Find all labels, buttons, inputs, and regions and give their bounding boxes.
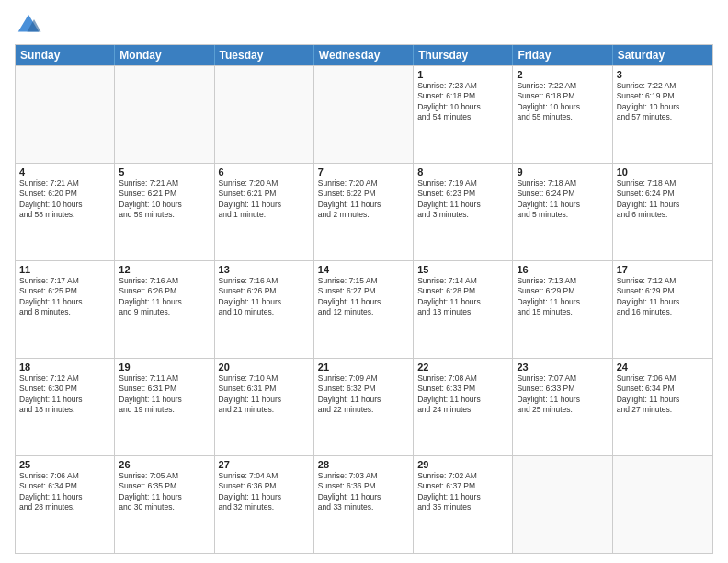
calendar-cell: 10Sunrise: 7:18 AM Sunset: 6:24 PM Dayli… xyxy=(613,164,712,260)
day-info: Sunrise: 7:12 AM Sunset: 6:30 PM Dayligh… xyxy=(19,373,110,416)
day-number: 4 xyxy=(19,167,110,178)
day-number: 12 xyxy=(119,264,210,275)
day-info: Sunrise: 7:13 AM Sunset: 6:29 PM Dayligh… xyxy=(517,276,608,318)
day-number: 13 xyxy=(219,264,310,275)
day-info: Sunrise: 7:14 AM Sunset: 6:28 PM Dayligh… xyxy=(417,276,508,318)
day-info: Sunrise: 7:05 AM Sunset: 6:35 PM Dayligh… xyxy=(119,471,210,513)
weekday-header-saturday: Saturday xyxy=(613,45,712,65)
day-number: 19 xyxy=(119,362,210,373)
day-number: 22 xyxy=(417,362,508,373)
calendar-cell: 18Sunrise: 7:12 AM Sunset: 6:30 PM Dayli… xyxy=(16,359,115,455)
day-number: 26 xyxy=(119,459,210,470)
calendar-cell: 2Sunrise: 7:22 AM Sunset: 6:18 PM Daylig… xyxy=(513,66,612,163)
day-number: 21 xyxy=(318,362,409,373)
day-info: Sunrise: 7:16 AM Sunset: 6:26 PM Dayligh… xyxy=(119,276,210,318)
day-info: Sunrise: 7:03 AM Sunset: 6:36 PM Dayligh… xyxy=(318,471,409,513)
weekday-header-tuesday: Tuesday xyxy=(215,45,314,65)
calendar-cell: 7Sunrise: 7:20 AM Sunset: 6:22 PM Daylig… xyxy=(314,164,414,260)
calendar-cell xyxy=(115,66,214,163)
day-info: Sunrise: 7:15 AM Sunset: 6:27 PM Dayligh… xyxy=(318,276,409,318)
day-number: 20 xyxy=(219,362,310,373)
day-info: Sunrise: 7:19 AM Sunset: 6:23 PM Dayligh… xyxy=(417,178,508,221)
day-number: 10 xyxy=(617,167,709,178)
day-info: Sunrise: 7:07 AM Sunset: 6:33 PM Dayligh… xyxy=(517,373,608,416)
day-info: Sunrise: 7:18 AM Sunset: 6:24 PM Dayligh… xyxy=(517,178,608,221)
day-info: Sunrise: 7:23 AM Sunset: 6:18 PM Dayligh… xyxy=(417,81,508,123)
day-info: Sunrise: 7:06 AM Sunset: 6:34 PM Dayligh… xyxy=(19,471,110,513)
calendar-cell: 26Sunrise: 7:05 AM Sunset: 6:35 PM Dayli… xyxy=(115,456,214,553)
day-number: 23 xyxy=(517,362,608,373)
calendar-cell: 27Sunrise: 7:04 AM Sunset: 6:36 PM Dayli… xyxy=(215,456,314,553)
day-number: 14 xyxy=(318,264,409,275)
day-number: 25 xyxy=(19,459,110,470)
day-number: 9 xyxy=(517,167,608,178)
day-number: 18 xyxy=(19,362,110,373)
day-info: Sunrise: 7:16 AM Sunset: 6:26 PM Dayligh… xyxy=(219,276,310,318)
day-info: Sunrise: 7:06 AM Sunset: 6:34 PM Dayligh… xyxy=(617,373,709,416)
calendar-cell: 5Sunrise: 7:21 AM Sunset: 6:21 PM Daylig… xyxy=(115,164,214,260)
calendar-cell: 15Sunrise: 7:14 AM Sunset: 6:28 PM Dayli… xyxy=(414,261,513,358)
day-number: 11 xyxy=(19,264,110,275)
calendar-row-4: 25Sunrise: 7:06 AM Sunset: 6:34 PM Dayli… xyxy=(16,455,712,553)
calendar-cell: 28Sunrise: 7:03 AM Sunset: 6:36 PM Dayli… xyxy=(314,456,414,553)
header xyxy=(15,11,713,39)
page: SundayMondayTuesdayWednesdayThursdayFrid… xyxy=(0,0,728,563)
calendar-cell: 21Sunrise: 7:09 AM Sunset: 6:32 PM Dayli… xyxy=(314,359,414,455)
day-info: Sunrise: 7:22 AM Sunset: 6:19 PM Dayligh… xyxy=(617,81,709,123)
calendar-cell: 3Sunrise: 7:22 AM Sunset: 6:19 PM Daylig… xyxy=(613,66,712,163)
calendar-cell: 1Sunrise: 7:23 AM Sunset: 6:18 PM Daylig… xyxy=(414,66,513,163)
weekday-header-sunday: Sunday xyxy=(16,45,115,65)
calendar-cell: 13Sunrise: 7:16 AM Sunset: 6:26 PM Dayli… xyxy=(215,261,314,358)
day-info: Sunrise: 7:10 AM Sunset: 6:31 PM Dayligh… xyxy=(219,373,310,416)
calendar-cell: 9Sunrise: 7:18 AM Sunset: 6:24 PM Daylig… xyxy=(513,164,612,260)
day-info: Sunrise: 7:11 AM Sunset: 6:31 PM Dayligh… xyxy=(119,373,210,416)
day-number: 1 xyxy=(417,69,508,80)
calendar-cell xyxy=(513,456,612,553)
calendar: SundayMondayTuesdayWednesdayThursdayFrid… xyxy=(15,44,713,554)
calendar-cell xyxy=(314,66,414,163)
day-number: 27 xyxy=(219,459,310,470)
day-number: 5 xyxy=(119,167,210,178)
day-info: Sunrise: 7:08 AM Sunset: 6:33 PM Dayligh… xyxy=(417,373,508,416)
day-info: Sunrise: 7:21 AM Sunset: 6:21 PM Dayligh… xyxy=(119,178,210,221)
day-number: 28 xyxy=(318,459,409,470)
day-number: 6 xyxy=(219,167,310,178)
day-info: Sunrise: 7:12 AM Sunset: 6:29 PM Dayligh… xyxy=(617,276,709,318)
calendar-cell: 12Sunrise: 7:16 AM Sunset: 6:26 PM Dayli… xyxy=(115,261,214,358)
calendar-cell xyxy=(215,66,314,163)
calendar-cell: 16Sunrise: 7:13 AM Sunset: 6:29 PM Dayli… xyxy=(513,261,612,358)
calendar-header: SundayMondayTuesdayWednesdayThursdayFrid… xyxy=(16,45,712,65)
day-number: 2 xyxy=(517,69,608,80)
calendar-body: 1Sunrise: 7:23 AM Sunset: 6:18 PM Daylig… xyxy=(16,65,712,553)
day-number: 16 xyxy=(517,264,608,275)
calendar-cell: 22Sunrise: 7:08 AM Sunset: 6:33 PM Dayli… xyxy=(414,359,513,455)
day-info: Sunrise: 7:17 AM Sunset: 6:25 PM Dayligh… xyxy=(19,276,110,318)
weekday-header-friday: Friday xyxy=(513,45,612,65)
day-info: Sunrise: 7:20 AM Sunset: 6:21 PM Dayligh… xyxy=(219,178,310,221)
calendar-cell: 11Sunrise: 7:17 AM Sunset: 6:25 PM Dayli… xyxy=(16,261,115,358)
day-info: Sunrise: 7:21 AM Sunset: 6:20 PM Dayligh… xyxy=(19,178,110,221)
day-info: Sunrise: 7:18 AM Sunset: 6:24 PM Dayligh… xyxy=(617,178,709,221)
calendar-cell: 17Sunrise: 7:12 AM Sunset: 6:29 PM Dayli… xyxy=(613,261,712,358)
calendar-cell xyxy=(613,456,712,553)
calendar-cell: 8Sunrise: 7:19 AM Sunset: 6:23 PM Daylig… xyxy=(414,164,513,260)
calendar-cell: 29Sunrise: 7:02 AM Sunset: 6:37 PM Dayli… xyxy=(414,456,513,553)
day-info: Sunrise: 7:09 AM Sunset: 6:32 PM Dayligh… xyxy=(318,373,409,416)
calendar-row-2: 11Sunrise: 7:17 AM Sunset: 6:25 PM Dayli… xyxy=(16,260,712,358)
day-number: 24 xyxy=(617,362,709,373)
day-number: 29 xyxy=(417,459,508,470)
calendar-row-1: 4Sunrise: 7:21 AM Sunset: 6:20 PM Daylig… xyxy=(16,163,712,260)
day-number: 17 xyxy=(617,264,709,275)
day-info: Sunrise: 7:20 AM Sunset: 6:22 PM Dayligh… xyxy=(318,178,409,221)
day-number: 8 xyxy=(417,167,508,178)
calendar-cell: 4Sunrise: 7:21 AM Sunset: 6:20 PM Daylig… xyxy=(16,164,115,260)
calendar-row-0: 1Sunrise: 7:23 AM Sunset: 6:18 PM Daylig… xyxy=(16,65,712,163)
calendar-cell: 24Sunrise: 7:06 AM Sunset: 6:34 PM Dayli… xyxy=(613,359,712,455)
weekday-header-wednesday: Wednesday xyxy=(314,45,414,65)
day-info: Sunrise: 7:22 AM Sunset: 6:18 PM Dayligh… xyxy=(517,81,608,123)
day-info: Sunrise: 7:02 AM Sunset: 6:37 PM Dayligh… xyxy=(417,471,508,513)
calendar-cell: 23Sunrise: 7:07 AM Sunset: 6:33 PM Dayli… xyxy=(513,359,612,455)
calendar-cell: 19Sunrise: 7:11 AM Sunset: 6:31 PM Dayli… xyxy=(115,359,214,455)
weekday-header-monday: Monday xyxy=(115,45,214,65)
calendar-cell: 6Sunrise: 7:20 AM Sunset: 6:21 PM Daylig… xyxy=(215,164,314,260)
